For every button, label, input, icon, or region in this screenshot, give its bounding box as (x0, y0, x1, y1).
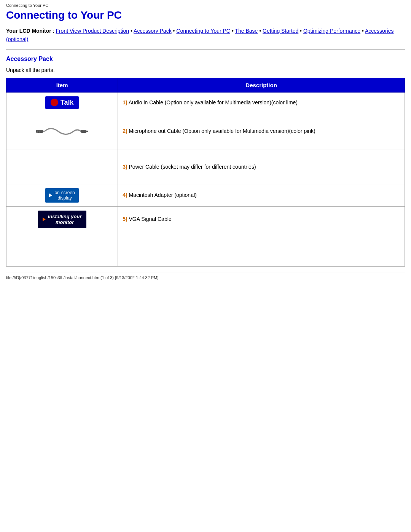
onscreen-label: on-screendisplay (54, 190, 75, 201)
item-cell-4: on-screendisplay (6, 184, 118, 206)
item-description-4: Macintosh Adapter (optional) (129, 192, 197, 198)
desc-cell-empty (118, 232, 405, 266)
table-row-empty (6, 232, 405, 266)
onscreen-arrow-icon (49, 193, 52, 197)
table-row: on-screendisplay 4) Macintosh Adapter (o… (6, 184, 405, 206)
breadcrumb-link-getting-started[interactable]: Getting Started (263, 28, 298, 34)
item-number-1: 1) (123, 99, 127, 105)
talk-icon (51, 99, 58, 106)
breadcrumb-label: Your LCD Monitor (6, 28, 51, 34)
table-row: Talk 1) Audio in Cable (Option only avai… (6, 92, 405, 113)
item-description-2: Microphone out Cable (Option only availa… (129, 128, 315, 134)
item-number-3: 3) (123, 164, 127, 170)
item-number-4: 4) (123, 192, 127, 198)
breadcrumb-link-base[interactable]: The Base (235, 28, 258, 34)
desc-cell-5: 5) VGA Signal Cable (118, 206, 405, 232)
item-cell-2 (6, 113, 118, 150)
item-number-5: 5) (123, 216, 127, 222)
item-cell-empty (6, 232, 118, 266)
item-description-5: VGA Signal Cable (129, 216, 172, 222)
intro-text: Unpack all the parts. (6, 67, 405, 73)
desc-cell-1: 1) Audio in Cable (Option only available… (118, 92, 405, 113)
browser-tab: Connecting to Your PC (6, 3, 405, 8)
svg-rect-2 (81, 130, 86, 133)
talk-image: Talk (45, 96, 79, 109)
item-description-3: Power Cable (socket may differ for diffe… (129, 164, 256, 170)
breadcrumb-section: Your LCD Monitor : Front View Product De… (6, 27, 405, 44)
breadcrumb-link-optimizing[interactable]: Optimizing Performance (303, 28, 360, 34)
breadcrumb-link-connecting[interactable]: Connecting to Your PC (176, 28, 230, 34)
item-cell-5: installing yourmonitor (6, 206, 118, 232)
table-row: installing yourmonitor 5) VGA Signal Cab… (6, 206, 405, 232)
desc-cell-3: 3) Power Cable (socket may differ for di… (118, 150, 405, 184)
install-monitor-button: installing yourmonitor (38, 211, 86, 228)
col-header-description: Description (118, 78, 405, 92)
table-row: 2) Microphone out Cable (Option only ava… (6, 113, 405, 150)
cable-image (11, 117, 113, 146)
talk-label: Talk (61, 99, 74, 107)
install-label: installing yourmonitor (48, 214, 82, 225)
onscreen-display-button: on-screendisplay (45, 188, 78, 203)
divider (6, 49, 405, 50)
svg-rect-0 (36, 130, 43, 133)
item-description-1: Audio in Cable (Option only available fo… (129, 99, 298, 105)
status-bar: file:///D|/03771/english/150s3fh/install… (6, 273, 405, 280)
desc-cell-2: 2) Microphone out Cable (Option only ava… (118, 113, 405, 150)
table-row: 3) Power Cable (socket may differ for di… (6, 150, 405, 184)
item-number-2: 2) (123, 128, 127, 134)
accessory-table: Item Description Talk 1) Audio in Cable … (6, 78, 405, 267)
col-header-item: Item (6, 78, 118, 92)
table-header-row: Item Description (6, 78, 405, 92)
breadcrumb-link-accessory-pack[interactable]: Accessory Pack (134, 28, 172, 34)
section-title: Accessory Pack (6, 56, 405, 62)
breadcrumb-link-front-view[interactable]: Front View Product Description (56, 28, 129, 34)
cable-svg (35, 120, 89, 143)
desc-cell-4: 4) Macintosh Adapter (optional) (118, 184, 405, 206)
install-arrow-icon (43, 217, 46, 221)
item-cell-1: Talk (6, 92, 118, 113)
svg-rect-3 (86, 131, 88, 132)
item-cell-3 (6, 150, 118, 184)
page-title: Connecting to Your PC (6, 9, 405, 21)
